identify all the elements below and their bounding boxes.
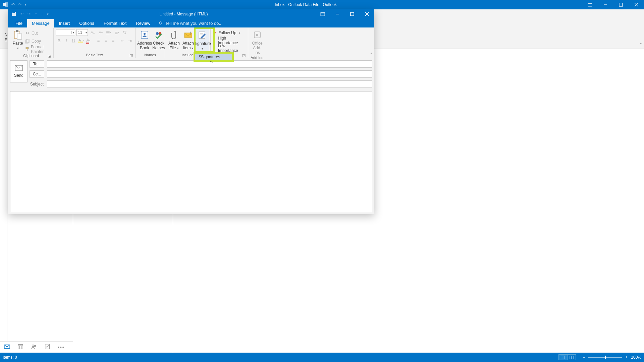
svg-rect-22 bbox=[321, 12, 325, 13]
chevron-down-icon: ▾ bbox=[202, 46, 203, 51]
align-right-icon[interactable]: ≡ bbox=[110, 37, 116, 44]
undo-icon[interactable]: ↶ bbox=[11, 2, 15, 7]
send-icon bbox=[15, 65, 23, 71]
follow-up-button[interactable]: ⚑Follow Up▾ bbox=[213, 29, 246, 36]
nav-calendar-icon[interactable] bbox=[17, 344, 23, 351]
chevron-down-icon: ▾ bbox=[177, 47, 179, 50]
tab-format-text[interactable]: Format Text bbox=[99, 19, 131, 27]
compose-close-button[interactable] bbox=[360, 9, 374, 19]
subject-field[interactable] bbox=[47, 80, 372, 88]
numbering-icon[interactable]: ≣▾ bbox=[113, 29, 120, 36]
address-book-icon bbox=[139, 29, 150, 40]
bold-icon[interactable]: B bbox=[56, 37, 62, 44]
italic-icon[interactable]: I bbox=[63, 37, 70, 44]
tab-review[interactable]: Review bbox=[131, 19, 155, 27]
font-name-input[interactable] bbox=[56, 30, 71, 35]
high-importance-button[interactable]: !High Importance bbox=[213, 37, 246, 44]
compose-window: ↶ ↷ ↑ ↓ ▾ Untitled - Message (HTML) File… bbox=[8, 9, 374, 214]
qat-customize-icon[interactable]: ▾ bbox=[25, 3, 26, 6]
ribbon-display-options-icon[interactable] bbox=[582, 0, 598, 9]
chevron-down-icon: ▾ bbox=[239, 32, 240, 35]
main-minimize-button[interactable] bbox=[598, 0, 613, 9]
qat-prev-icon[interactable]: ↑ bbox=[35, 12, 37, 16]
clear-format-icon[interactable] bbox=[121, 29, 128, 36]
cut-button[interactable]: ✂Cut bbox=[25, 29, 51, 37]
ribbon-collapse-icon[interactable]: ˄ bbox=[370, 52, 372, 57]
cc-button[interactable]: Cc... bbox=[30, 70, 44, 78]
main-maximize-button[interactable] bbox=[613, 0, 629, 9]
view-reading-icon[interactable] bbox=[567, 354, 576, 360]
compose-minimize-button[interactable] bbox=[330, 9, 345, 19]
copy-button[interactable]: Copy bbox=[25, 38, 51, 45]
main-ribbon-collapse-icon[interactable]: ˄ bbox=[640, 42, 642, 47]
tab-insert[interactable]: Insert bbox=[54, 19, 75, 27]
outdent-icon[interactable]: ⇤ bbox=[119, 37, 126, 44]
tags-launcher-icon[interactable]: ◲ bbox=[242, 53, 246, 57]
nav-people-icon[interactable] bbox=[31, 344, 37, 351]
lightbulb-icon bbox=[158, 21, 163, 26]
cc-field[interactable] bbox=[47, 70, 372, 78]
font-size-input[interactable] bbox=[77, 30, 85, 35]
compose-maximize-button[interactable] bbox=[345, 9, 360, 19]
svg-rect-37 bbox=[78, 42, 83, 43]
main-close-button[interactable] bbox=[629, 0, 644, 9]
send-button[interactable]: Send bbox=[10, 60, 28, 82]
format-painter-button[interactable]: Format Painter bbox=[25, 46, 51, 53]
qat-next-icon[interactable]: ↓ bbox=[41, 12, 43, 16]
signatures-menu-item[interactable]: SSignatures... bbox=[195, 54, 232, 60]
office-addins-button[interactable]: OfficeAdd-ins bbox=[250, 29, 264, 55]
qat-redo-icon[interactable]: ↷ bbox=[28, 12, 31, 16]
check-names-button[interactable]: CheckNames bbox=[152, 29, 166, 52]
to-button[interactable]: To... bbox=[30, 60, 44, 68]
svg-rect-24 bbox=[351, 12, 354, 16]
font-size-combo[interactable]: ▾ bbox=[76, 29, 88, 36]
basictext-launcher-icon[interactable]: ◲ bbox=[129, 53, 133, 57]
grow-font-icon[interactable]: A▴ bbox=[89, 29, 96, 36]
zoom-in-button[interactable]: + bbox=[625, 355, 628, 360]
tab-options[interactable]: Options bbox=[74, 19, 99, 27]
low-importance-button[interactable]: ↓Low Importance bbox=[213, 45, 246, 52]
clipboard-launcher-icon[interactable]: ◲ bbox=[47, 54, 51, 58]
qat-save-icon[interactable] bbox=[11, 11, 16, 17]
tell-me-placeholder: Tell me what you want to do... bbox=[165, 21, 222, 26]
exclamation-icon: ! bbox=[213, 38, 216, 43]
tab-file[interactable]: File bbox=[11, 19, 27, 27]
paste-button[interactable]: Paste ▾ bbox=[11, 29, 25, 53]
align-left-icon[interactable]: ≡ bbox=[95, 37, 102, 44]
nav-mail-icon[interactable] bbox=[4, 344, 10, 351]
svg-rect-35 bbox=[26, 47, 29, 49]
zoom-slider[interactable] bbox=[588, 357, 622, 358]
svg-rect-20 bbox=[12, 12, 15, 13]
tell-me-search[interactable]: Tell me what you want to do... bbox=[155, 21, 226, 27]
font-name-combo[interactable]: ▾ bbox=[56, 29, 75, 36]
svg-rect-5 bbox=[619, 3, 623, 6]
font-color-icon[interactable]: A▾ bbox=[85, 37, 92, 44]
attach-item-icon bbox=[183, 29, 194, 40]
signature-button[interactable]: Signature ▾ bbox=[195, 29, 209, 52]
attach-file-button[interactable]: AttachFile ▾ bbox=[167, 29, 181, 52]
qat-undo-icon[interactable]: ↶ bbox=[20, 12, 23, 16]
addins-icon bbox=[252, 29, 263, 40]
align-center-icon[interactable]: ≡ bbox=[102, 37, 109, 44]
indent-icon[interactable]: ⇥ bbox=[126, 37, 133, 44]
svg-point-14 bbox=[34, 345, 36, 347]
nav-more-icon[interactable]: ••• bbox=[58, 345, 65, 350]
nav-tasks-icon[interactable] bbox=[44, 344, 50, 351]
chevron-down-icon: ▾ bbox=[85, 31, 88, 34]
scissors-icon: ✂ bbox=[25, 31, 30, 36]
shrink-font-icon[interactable]: A▾ bbox=[97, 29, 104, 36]
attach-item-button[interactable]: AttachItem ▾ bbox=[181, 29, 195, 52]
copy-icon bbox=[25, 39, 30, 44]
message-body[interactable] bbox=[10, 91, 372, 212]
zoom-out-button[interactable]: − bbox=[583, 355, 585, 360]
tab-message[interactable]: Message bbox=[27, 19, 54, 27]
compose-ribbon-opts-icon[interactable] bbox=[315, 9, 330, 19]
underline-icon[interactable]: U bbox=[70, 37, 77, 44]
bullets-icon[interactable]: ☰▾ bbox=[105, 29, 112, 36]
highlight-icon[interactable]: ▾ bbox=[78, 37, 85, 44]
view-normal-icon[interactable] bbox=[558, 354, 567, 360]
redo-icon[interactable]: ↷ bbox=[18, 2, 21, 7]
qat-customize-icon[interactable]: ▾ bbox=[47, 12, 49, 16]
peek-new-email2: E bbox=[5, 38, 7, 42]
address-book-button[interactable]: AddressBook bbox=[138, 29, 152, 52]
